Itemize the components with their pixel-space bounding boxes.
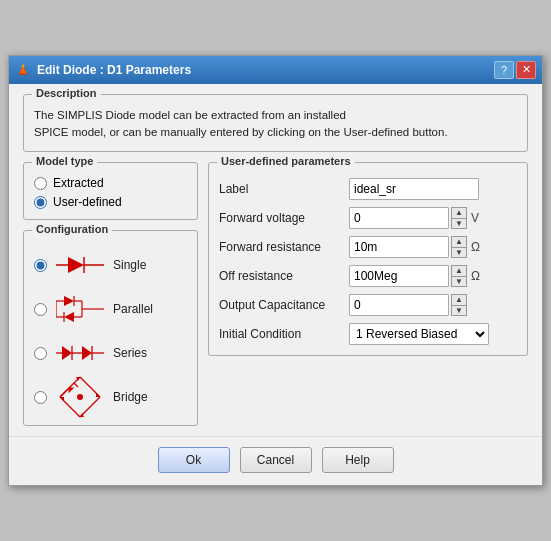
two-column-layout: Model type Extracted User-defined Config… — [23, 162, 528, 426]
model-type-section: Model type Extracted User-defined — [23, 162, 198, 220]
off-resistance-unit: Ω — [471, 269, 487, 283]
window-title: Edit Diode : D1 Parameters — [37, 63, 191, 77]
extracted-radio-row: Extracted — [34, 176, 187, 190]
series-label: Series — [113, 346, 147, 360]
user-params-label: User-defined parameters — [217, 155, 355, 167]
off-resistance-label: Off resistance — [219, 269, 349, 283]
extracted-label: Extracted — [53, 176, 104, 190]
forward-voltage-wrap: ▲ ▼ V — [349, 207, 487, 229]
off-resistance-up[interactable]: ▲ — [451, 265, 467, 276]
description-label: Description — [32, 87, 101, 99]
svg-line-29 — [60, 377, 80, 397]
configuration-section: Configuration Single — [23, 230, 198, 426]
bridge-label: Bridge — [113, 390, 148, 404]
svg-line-33 — [80, 397, 100, 417]
titlebar: Edit Diode : D1 Parameters ? ✕ — [9, 56, 542, 84]
label-row: Label — [219, 178, 517, 200]
off-resistance-wrap: ▲ ▼ Ω — [349, 265, 487, 287]
forward-voltage-spinners: ▲ ▼ — [451, 207, 467, 229]
output-cap-down[interactable]: ▼ — [451, 305, 467, 316]
label-input-wrap — [349, 178, 479, 200]
off-resistance-row: Off resistance ▲ ▼ Ω — [219, 265, 517, 287]
off-resistance-spinners: ▲ ▼ — [451, 265, 467, 287]
content-area: Description The SIMPLIS Diode model can … — [9, 84, 542, 437]
output-cap-wrap: ▲ ▼ — [349, 294, 487, 316]
right-column: User-defined parameters Label Forward vo… — [208, 162, 528, 426]
single-label: Single — [113, 258, 146, 272]
svg-marker-23 — [82, 346, 92, 360]
svg-marker-20 — [62, 346, 72, 360]
left-column: Model type Extracted User-defined Config… — [23, 162, 198, 426]
description-text: The SIMPLIS Diode model can be extracted… — [34, 107, 517, 142]
output-cap-input[interactable] — [349, 294, 449, 316]
forward-resistance-label: Forward resistance — [219, 240, 349, 254]
help-titlebar-button[interactable]: ? — [494, 61, 514, 79]
svg-marker-8 — [64, 296, 74, 306]
user-defined-label: User-defined — [53, 195, 122, 209]
model-type-label: Model type — [32, 155, 97, 167]
single-diode-icon — [55, 247, 105, 283]
bridge-radio[interactable] — [34, 391, 47, 404]
svg-point-2 — [22, 64, 25, 67]
forward-resistance-spinners: ▲ ▼ — [451, 236, 467, 258]
svg-marker-4 — [68, 257, 84, 273]
label-input[interactable] — [349, 178, 479, 200]
parallel-config-item: Parallel — [34, 291, 187, 327]
app-icon — [15, 62, 31, 78]
forward-voltage-input[interactable] — [349, 207, 449, 229]
forward-resistance-unit: Ω — [471, 240, 487, 254]
desc-line2: SPICE model, or can be manually entered … — [34, 126, 448, 138]
close-button[interactable]: ✕ — [516, 61, 536, 79]
main-window: Edit Diode : D1 Parameters ? ✕ Descripti… — [8, 55, 543, 487]
forward-voltage-unit: V — [471, 211, 487, 225]
parallel-radio[interactable] — [34, 303, 47, 316]
user-defined-radio[interactable] — [34, 196, 47, 209]
user-params-section: User-defined parameters Label Forward vo… — [208, 162, 528, 356]
user-defined-radio-row: User-defined — [34, 195, 187, 209]
series-diode-icon — [55, 335, 105, 371]
series-radio[interactable] — [34, 347, 47, 360]
forward-voltage-down[interactable]: ▼ — [451, 218, 467, 229]
ok-button[interactable]: Ok — [158, 447, 230, 473]
initial-condition-row: Initial Condition 1 Reversed Biased 0 Fo… — [219, 323, 517, 345]
parallel-label: Parallel — [113, 302, 153, 316]
single-config-item: Single — [34, 247, 187, 283]
series-config-item: Series — [34, 335, 187, 371]
footer: Ok Cancel Help — [9, 436, 542, 485]
label-field-label: Label — [219, 182, 349, 196]
initial-condition-wrap: 1 Reversed Biased 0 Forward Biased — [349, 323, 489, 345]
extracted-radio[interactable] — [34, 177, 47, 190]
output-cap-row: Output Capacitance ▲ ▼ — [219, 294, 517, 316]
single-radio[interactable] — [34, 259, 47, 272]
forward-voltage-up[interactable]: ▲ — [451, 207, 467, 218]
svg-line-28 — [74, 383, 78, 387]
svg-marker-12 — [64, 312, 74, 322]
svg-marker-27 — [66, 385, 74, 393]
help-button[interactable]: Help — [322, 447, 394, 473]
forward-resistance-wrap: ▲ ▼ Ω — [349, 236, 487, 258]
off-resistance-input[interactable] — [349, 265, 449, 287]
parallel-diode-icon — [55, 291, 105, 327]
titlebar-left: Edit Diode : D1 Parameters — [15, 62, 191, 78]
svg-point-38 — [77, 394, 83, 400]
output-cap-spinners: ▲ ▼ — [451, 294, 467, 316]
configuration-label: Configuration — [32, 223, 112, 235]
output-cap-label: Output Capacitance — [219, 298, 349, 312]
forward-voltage-label: Forward voltage — [219, 211, 349, 225]
description-section: Description The SIMPLIS Diode model can … — [23, 94, 528, 153]
cancel-button[interactable]: Cancel — [240, 447, 312, 473]
forward-resistance-input[interactable] — [349, 236, 449, 258]
titlebar-buttons: ? ✕ — [494, 61, 536, 79]
forward-resistance-down[interactable]: ▼ — [451, 247, 467, 258]
output-cap-up[interactable]: ▲ — [451, 294, 467, 305]
forward-resistance-up[interactable]: ▲ — [451, 236, 467, 247]
initial-condition-label: Initial Condition — [219, 327, 349, 341]
initial-condition-select[interactable]: 1 Reversed Biased 0 Forward Biased — [349, 323, 489, 345]
off-resistance-down[interactable]: ▼ — [451, 276, 467, 287]
bridge-config-item: Bridge — [34, 379, 187, 415]
forward-voltage-row: Forward voltage ▲ ▼ V — [219, 207, 517, 229]
bridge-diode-icon — [55, 379, 105, 415]
forward-resistance-row: Forward resistance ▲ ▼ Ω — [219, 236, 517, 258]
desc-line1: The SIMPLIS Diode model can be extracted… — [34, 109, 346, 121]
